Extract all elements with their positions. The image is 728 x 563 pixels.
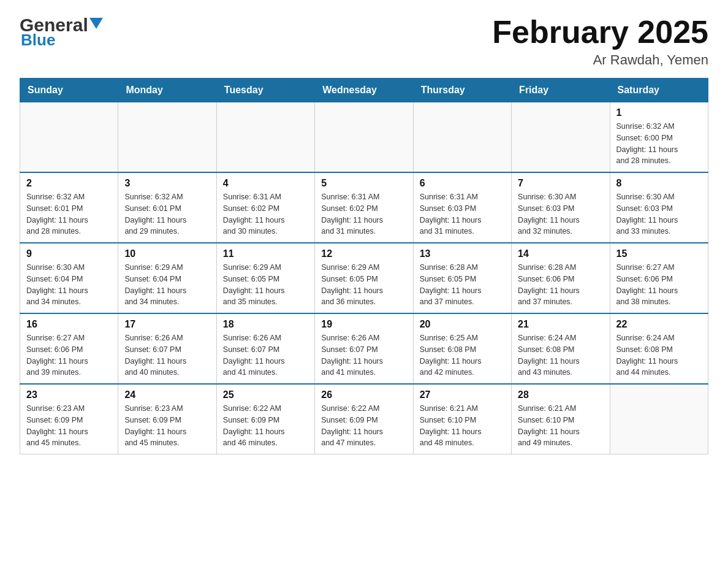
calendar-week-row: 16Sunrise: 6:27 AMSunset: 6:06 PMDayligh… xyxy=(20,313,708,384)
calendar-day-cell: 14Sunrise: 6:28 AMSunset: 6:06 PMDayligh… xyxy=(512,243,610,313)
day-number: 21 xyxy=(518,319,603,330)
calendar-day-cell: 6Sunrise: 6:31 AMSunset: 6:03 PMDaylight… xyxy=(413,172,511,243)
calendar-day-cell: 4Sunrise: 6:31 AMSunset: 6:02 PMDaylight… xyxy=(216,172,314,243)
day-number: 24 xyxy=(124,389,210,400)
day-number: 13 xyxy=(420,248,505,259)
day-number: 10 xyxy=(124,248,210,259)
calendar-week-row: 23Sunrise: 6:23 AMSunset: 6:09 PMDayligh… xyxy=(20,384,708,454)
calendar-day-cell: 16Sunrise: 6:27 AMSunset: 6:06 PMDayligh… xyxy=(20,313,118,384)
calendar-day-cell: 22Sunrise: 6:24 AMSunset: 6:08 PMDayligh… xyxy=(610,313,708,384)
calendar-day-cell: 8Sunrise: 6:30 AMSunset: 6:03 PMDaylight… xyxy=(610,172,708,243)
calendar-day-cell: 3Sunrise: 6:32 AMSunset: 6:01 PMDaylight… xyxy=(118,172,216,243)
day-number: 11 xyxy=(223,248,308,259)
day-number: 23 xyxy=(26,389,112,400)
day-info: Sunrise: 6:30 AMSunset: 6:04 PMDaylight:… xyxy=(26,262,112,308)
calendar-day-cell xyxy=(315,102,413,173)
calendar-day-cell: 25Sunrise: 6:22 AMSunset: 6:09 PMDayligh… xyxy=(216,384,314,454)
day-number: 22 xyxy=(616,319,702,330)
calendar-day-cell: 20Sunrise: 6:25 AMSunset: 6:08 PMDayligh… xyxy=(413,313,511,384)
weekday-header-monday: Monday xyxy=(118,79,216,102)
day-info: Sunrise: 6:27 AMSunset: 6:06 PMDaylight:… xyxy=(26,332,112,378)
day-info: Sunrise: 6:30 AMSunset: 6:03 PMDaylight:… xyxy=(616,191,702,237)
day-info: Sunrise: 6:28 AMSunset: 6:05 PMDaylight:… xyxy=(420,262,505,308)
calendar-table: SundayMondayTuesdayWednesdayThursdayFrid… xyxy=(20,78,708,454)
day-number: 26 xyxy=(321,389,406,400)
calendar-day-cell: 24Sunrise: 6:23 AMSunset: 6:09 PMDayligh… xyxy=(118,384,216,454)
day-number: 4 xyxy=(223,178,308,189)
weekday-header-thursday: Thursday xyxy=(413,79,511,102)
calendar-day-cell: 9Sunrise: 6:30 AMSunset: 6:04 PMDaylight… xyxy=(20,243,118,313)
day-info: Sunrise: 6:26 AMSunset: 6:07 PMDaylight:… xyxy=(321,332,406,378)
calendar-day-cell: 13Sunrise: 6:28 AMSunset: 6:05 PMDayligh… xyxy=(413,243,511,313)
calendar-day-cell: 23Sunrise: 6:23 AMSunset: 6:09 PMDayligh… xyxy=(20,384,118,454)
calendar-day-cell xyxy=(216,102,314,173)
logo-area: General Blue xyxy=(20,15,103,50)
calendar-day-cell xyxy=(20,102,118,173)
day-info: Sunrise: 6:29 AMSunset: 6:05 PMDaylight:… xyxy=(223,262,308,308)
day-info: Sunrise: 6:22 AMSunset: 6:09 PMDaylight:… xyxy=(321,403,406,449)
day-info: Sunrise: 6:30 AMSunset: 6:03 PMDaylight:… xyxy=(518,191,603,237)
day-info: Sunrise: 6:29 AMSunset: 6:04 PMDaylight:… xyxy=(124,262,210,308)
calendar-day-cell: 27Sunrise: 6:21 AMSunset: 6:10 PMDayligh… xyxy=(413,384,511,454)
weekday-header-wednesday: Wednesday xyxy=(315,79,413,102)
calendar-day-cell xyxy=(512,102,610,173)
day-info: Sunrise: 6:25 AMSunset: 6:08 PMDaylight:… xyxy=(420,332,505,378)
day-number: 3 xyxy=(124,178,210,189)
day-info: Sunrise: 6:31 AMSunset: 6:03 PMDaylight:… xyxy=(420,191,505,237)
calendar-day-cell: 2Sunrise: 6:32 AMSunset: 6:01 PMDaylight… xyxy=(20,172,118,243)
day-number: 28 xyxy=(518,389,603,400)
day-number: 25 xyxy=(223,389,308,400)
calendar-day-cell xyxy=(610,384,708,454)
day-info: Sunrise: 6:31 AMSunset: 6:02 PMDaylight:… xyxy=(321,191,406,237)
weekday-header-saturday: Saturday xyxy=(610,79,708,102)
day-number: 15 xyxy=(616,248,702,259)
calendar-day-cell: 19Sunrise: 6:26 AMSunset: 6:07 PMDayligh… xyxy=(315,313,413,384)
calendar-day-cell: 21Sunrise: 6:24 AMSunset: 6:08 PMDayligh… xyxy=(512,313,610,384)
day-number: 8 xyxy=(616,178,702,189)
svg-marker-0 xyxy=(89,18,103,29)
day-number: 6 xyxy=(420,178,505,189)
day-number: 2 xyxy=(26,178,112,189)
day-info: Sunrise: 6:23 AMSunset: 6:09 PMDaylight:… xyxy=(26,403,112,449)
day-number: 27 xyxy=(420,389,505,400)
day-info: Sunrise: 6:31 AMSunset: 6:02 PMDaylight:… xyxy=(223,191,308,237)
day-info: Sunrise: 6:26 AMSunset: 6:07 PMDaylight:… xyxy=(124,332,210,378)
page-subtitle: Ar Rawdah, Yemen xyxy=(492,52,708,68)
calendar-day-cell: 18Sunrise: 6:26 AMSunset: 6:07 PMDayligh… xyxy=(216,313,314,384)
page-header: General Blue February 2025 Ar Rawdah, Ye… xyxy=(20,15,708,68)
day-info: Sunrise: 6:32 AMSunset: 6:01 PMDaylight:… xyxy=(124,191,210,237)
day-info: Sunrise: 6:29 AMSunset: 6:05 PMDaylight:… xyxy=(321,262,406,308)
day-info: Sunrise: 6:21 AMSunset: 6:10 PMDaylight:… xyxy=(420,403,505,449)
day-info: Sunrise: 6:32 AMSunset: 6:00 PMDaylight:… xyxy=(616,121,702,167)
weekday-header-sunday: Sunday xyxy=(20,79,118,102)
calendar-day-cell: 10Sunrise: 6:29 AMSunset: 6:04 PMDayligh… xyxy=(118,243,216,313)
calendar-week-row: 2Sunrise: 6:32 AMSunset: 6:01 PMDaylight… xyxy=(20,172,708,243)
calendar-day-cell: 17Sunrise: 6:26 AMSunset: 6:07 PMDayligh… xyxy=(118,313,216,384)
page-title: February 2025 xyxy=(492,15,708,50)
day-number: 12 xyxy=(321,248,406,259)
day-number: 7 xyxy=(518,178,603,189)
day-info: Sunrise: 6:24 AMSunset: 6:08 PMDaylight:… xyxy=(616,332,702,378)
day-number: 5 xyxy=(321,178,406,189)
calendar-day-cell: 28Sunrise: 6:21 AMSunset: 6:10 PMDayligh… xyxy=(512,384,610,454)
day-info: Sunrise: 6:28 AMSunset: 6:06 PMDaylight:… xyxy=(518,262,603,308)
calendar-day-cell: 15Sunrise: 6:27 AMSunset: 6:06 PMDayligh… xyxy=(610,243,708,313)
calendar-day-cell xyxy=(118,102,216,173)
logo-triangle-icon xyxy=(89,18,103,29)
calendar-day-cell: 11Sunrise: 6:29 AMSunset: 6:05 PMDayligh… xyxy=(216,243,314,313)
day-number: 20 xyxy=(420,319,505,330)
calendar-day-cell: 5Sunrise: 6:31 AMSunset: 6:02 PMDaylight… xyxy=(315,172,413,243)
calendar-day-cell: 12Sunrise: 6:29 AMSunset: 6:05 PMDayligh… xyxy=(315,243,413,313)
weekday-header-row: SundayMondayTuesdayWednesdayThursdayFrid… xyxy=(20,79,708,102)
day-info: Sunrise: 6:22 AMSunset: 6:09 PMDaylight:… xyxy=(223,403,308,449)
day-number: 17 xyxy=(124,319,210,330)
title-area: February 2025 Ar Rawdah, Yemen xyxy=(492,15,708,68)
day-number: 14 xyxy=(518,248,603,259)
day-info: Sunrise: 6:27 AMSunset: 6:06 PMDaylight:… xyxy=(616,262,702,308)
calendar-day-cell: 7Sunrise: 6:30 AMSunset: 6:03 PMDaylight… xyxy=(512,172,610,243)
day-info: Sunrise: 6:21 AMSunset: 6:10 PMDaylight:… xyxy=(518,403,603,449)
day-number: 1 xyxy=(616,107,702,118)
day-info: Sunrise: 6:32 AMSunset: 6:01 PMDaylight:… xyxy=(26,191,112,237)
calendar-week-row: 1Sunrise: 6:32 AMSunset: 6:00 PMDaylight… xyxy=(20,102,708,173)
logo-blue: Blue xyxy=(21,31,55,50)
